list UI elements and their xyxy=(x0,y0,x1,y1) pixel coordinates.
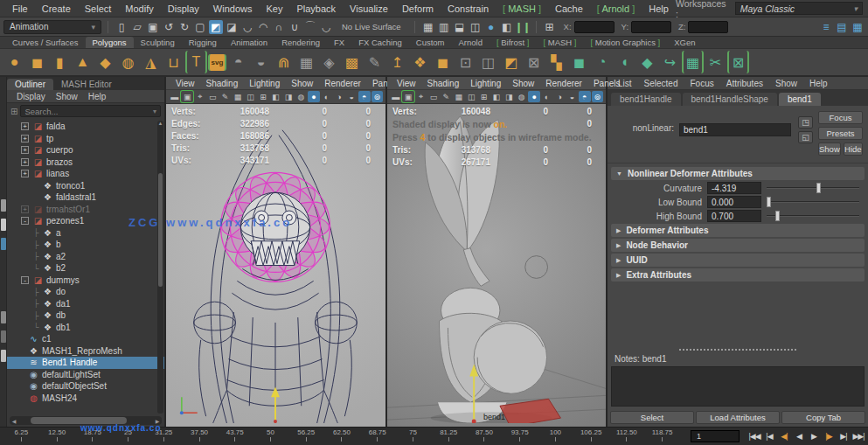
wireframe-icon[interactable]: ◍ xyxy=(516,91,527,102)
poly-cone-icon[interactable]: ▲ xyxy=(72,51,94,73)
camera-icon[interactable]: ▬ xyxy=(169,91,180,102)
attribute-slider[interactable] xyxy=(767,182,863,194)
scroll-right-icon[interactable]: ▶ xyxy=(153,418,162,424)
poly-plane-icon[interactable]: ◆ xyxy=(94,51,116,73)
type-tool-icon[interactable]: T xyxy=(185,51,207,73)
menu-item[interactable]: Help xyxy=(642,3,676,14)
lights-icon[interactable]: ◑ xyxy=(553,91,565,102)
attribute-value-input[interactable]: 0.000 xyxy=(707,196,761,208)
select-hierarchy-icon[interactable]: ▢ xyxy=(193,20,207,34)
timeline-ticks[interactable]: 6.25 12.50 18.75 25 xyxy=(0,428,684,445)
tool-icon[interactable] xyxy=(1,238,6,250)
menu-item[interactable]: Display xyxy=(161,3,206,14)
extrude-icon[interactable]: ↥ xyxy=(386,51,408,73)
expand-toggle[interactable]: + xyxy=(21,158,29,166)
outliner-tab[interactable]: MASH Editor xyxy=(53,79,120,90)
timeline-tick[interactable]: 112.50 xyxy=(608,428,644,445)
menu-item[interactable]: Playback xyxy=(289,3,343,14)
sort-icon[interactable]: ≡ xyxy=(819,20,833,34)
viewport-canvas[interactable]: Verts: 160048 0 0 Shaded display is now … xyxy=(387,104,606,427)
outliner-item[interactable]: + ◪ cuerpo xyxy=(7,144,164,156)
menu-item[interactable]: Create xyxy=(35,3,78,14)
viewport-menu[interactable]: Show xyxy=(286,79,318,88)
outliner-item[interactable]: ├ ❖ a2 xyxy=(7,251,164,263)
outliner-item[interactable]: + ◪ falda xyxy=(7,121,164,133)
timeline-tick[interactable]: 106.25 xyxy=(573,428,609,445)
viewport-menu[interactable]: Panels xyxy=(588,79,626,88)
anti-alias-icon[interactable]: ⊚ xyxy=(592,91,603,102)
viewport-menu[interactable]: View xyxy=(392,79,421,88)
circularize-icon[interactable]: ⊡ xyxy=(455,51,476,73)
viewport-menu[interactable]: Lighting xyxy=(244,79,285,88)
outliner-vertical-scrollbar[interactable]: ▲ xyxy=(157,121,163,414)
footer-button[interactable]: Load Attributes xyxy=(696,411,780,424)
mash-checker-icon[interactable]: ▦ xyxy=(682,51,704,73)
outliner-item[interactable]: ├ ❖ da1 xyxy=(7,298,164,310)
shelf-tab[interactable]: FX Caching xyxy=(351,37,409,48)
coordinate-input[interactable] xyxy=(631,21,671,33)
snap-point-icon[interactable]: ∩ xyxy=(272,20,286,34)
outliner-item[interactable]: ❖ faldastral1 xyxy=(7,191,164,204)
lights-icon[interactable]: ◑ xyxy=(333,91,344,102)
combine-icon[interactable]: ⋒ xyxy=(273,51,295,73)
shelf-tab[interactable]: Curves / Surfaces xyxy=(5,37,86,48)
ao-icon[interactable]: ◓ xyxy=(579,91,590,102)
timeline-tick[interactable]: 43.75 xyxy=(217,428,253,445)
search-input[interactable]: Search... ▾ xyxy=(20,105,161,117)
grease-pencil-icon[interactable]: ✎ xyxy=(441,91,452,102)
tool-icon[interactable] xyxy=(1,311,6,323)
outliner-item[interactable]: - ◪ pezones1 xyxy=(7,215,164,227)
shelf-tab[interactable]: XGen xyxy=(667,37,702,48)
separate-icon[interactable]: ▦ xyxy=(295,51,317,73)
tool-icon[interactable] xyxy=(1,199,6,212)
grease-pencil-icon[interactable]: ✎ xyxy=(219,91,231,102)
layer-editor-icon[interactable]: ▦ xyxy=(851,20,865,34)
poly-sphere-icon[interactable]: ● xyxy=(3,51,25,73)
menu-set-selector[interactable]: Animation ▾ xyxy=(3,20,101,34)
outliner-item[interactable]: ≋ Bend1 Handle xyxy=(7,357,164,369)
viewport-menu[interactable]: Lighting xyxy=(465,79,506,88)
shadows-icon[interactable]: ◒ xyxy=(346,91,358,102)
expand-toggle[interactable]: + xyxy=(21,170,29,177)
workspace-selector[interactable]: Maya Classic ▾ xyxy=(735,2,863,15)
attribute-slider[interactable] xyxy=(767,210,863,222)
anti-alias-icon[interactable]: ⊚ xyxy=(372,91,383,102)
viewport-menu[interactable]: Shading xyxy=(201,79,244,88)
snap-live-icon[interactable]: ◡ xyxy=(319,20,333,34)
mash-cut-icon[interactable]: ✂ xyxy=(705,51,726,73)
outliner-item[interactable]: ∿ c1 xyxy=(7,333,164,345)
outliner-item[interactable]: ◍ MASH24 xyxy=(7,393,164,405)
film-gate-icon[interactable]: ▦ xyxy=(453,91,464,102)
save-scene-icon[interactable]: ▣ xyxy=(146,20,160,34)
shelf-tab[interactable]: Animation xyxy=(224,37,274,48)
presets-button[interactable]: Presets xyxy=(818,127,863,140)
timeline-tick[interactable]: 62.50 xyxy=(324,428,360,445)
coordinate-field[interactable]: X: xyxy=(564,21,615,33)
output-connections-icon[interactable]: ▥ xyxy=(437,20,451,34)
node-tab[interactable]: bend1 xyxy=(779,93,821,106)
attribute-editor-menu[interactable]: Help xyxy=(804,79,833,88)
timeline-tick[interactable]: 31.25 xyxy=(146,428,182,445)
outliner-item[interactable]: ❖ tronco1 xyxy=(7,180,164,192)
safe-action-icon[interactable]: ◨ xyxy=(503,91,515,102)
menu-item[interactable]: Modify xyxy=(118,3,160,14)
filter-icon[interactable]: ⊞ xyxy=(10,107,17,116)
camera-icon[interactable]: ▬ xyxy=(390,91,401,102)
footer-button[interactable]: Select xyxy=(610,411,694,424)
wireframe-icon[interactable]: ◍ xyxy=(295,91,307,102)
timeline-tick[interactable]: 118.75 xyxy=(644,428,680,445)
show-input-icon[interactable]: ◳ xyxy=(798,116,813,129)
timeline-tick[interactable]: 75 xyxy=(395,428,431,445)
step-forward-key-icon[interactable]: |▶ xyxy=(822,429,836,443)
viewport-menu[interactable]: View xyxy=(170,79,200,88)
outliner-menu[interactable]: Display xyxy=(12,92,50,101)
shelf-tab[interactable]: Motion Graphics xyxy=(584,37,668,48)
attribute-value-input[interactable]: 0.700 xyxy=(707,210,761,222)
step-back-frame-icon[interactable]: |◀ xyxy=(762,429,776,443)
coordinate-field[interactable]: Y: xyxy=(621,21,671,33)
node-name-input[interactable]: bend1 xyxy=(679,123,791,136)
outliner-item[interactable]: └ ❖ b2 xyxy=(7,262,164,275)
shelf-tab[interactable]: Rendering xyxy=(274,37,327,48)
expand-toggle[interactable]: - xyxy=(21,276,29,284)
camera-attributes-icon[interactable]: ▣ xyxy=(181,91,192,102)
